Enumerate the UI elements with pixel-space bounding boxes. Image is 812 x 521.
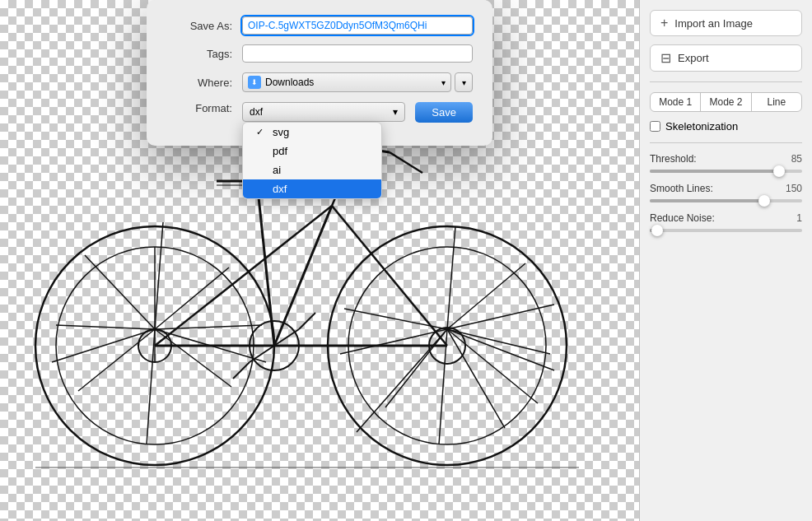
where-select[interactable]: ⬇ Downloads ▾	[242, 72, 451, 92]
threshold-track	[650, 170, 802, 173]
reduce-noise-label: Reduce Noise:	[650, 212, 715, 224]
threshold-fill	[650, 170, 779, 173]
format-dxf-label: dxf	[273, 183, 287, 195]
divider-1	[650, 81, 802, 82]
where-container: ⬇ Downloads ▾ ▾	[242, 72, 473, 92]
downloads-folder-icon: ⬇	[248, 76, 261, 89]
format-svg-label: svg	[273, 126, 289, 138]
reduce-noise-row: Reduce Noise: 1	[650, 212, 802, 235]
where-expand-btn[interactable]: ▾	[455, 72, 473, 92]
threshold-value: 85	[791, 153, 802, 165]
save-as-label: Save As:	[166, 20, 232, 32]
format-ai-label: ai	[273, 164, 281, 176]
reduce-noise-track	[650, 229, 802, 232]
dialog-overlay: Save As: Tags: Where: ⬇ Downloads ▾	[0, 0, 639, 521]
format-select-wrapper: dxf ▾ ✓ svg pdf	[242, 102, 405, 122]
export-button[interactable]: ⊟ Export	[650, 44, 802, 72]
canvas-area: Save As: Tags: Where: ⬇ Downloads ▾	[0, 0, 639, 521]
smooth-lines-thumb[interactable]	[758, 195, 770, 207]
skeletonization-checkbox[interactable]	[650, 121, 660, 132]
tags-label: Tags:	[166, 48, 232, 60]
skeletonization-label: Skeletonization	[665, 120, 738, 133]
save-as-row: Save As:	[166, 16, 473, 35]
where-chevron-icon: ▾	[441, 78, 446, 87]
threshold-row: Threshold: 85	[650, 153, 802, 176]
divider-2	[650, 142, 802, 143]
line-button[interactable]: Line	[752, 93, 801, 111]
format-label: Format:	[166, 102, 232, 114]
tags-row: Tags:	[166, 44, 473, 63]
format-option-dxf[interactable]: dxf	[243, 179, 381, 198]
format-current-value: dxf	[250, 106, 263, 118]
mode-buttons: Mode 1 Mode 2 Line	[650, 92, 802, 112]
slider-section: Threshold: 85 Smooth Lines: 150 Reduce N…	[650, 153, 802, 235]
save-as-input[interactable]	[242, 16, 473, 35]
expand-arrow-icon: ▾	[462, 78, 466, 87]
right-panel: + Import an Image ⊟ Export Mode 1 Mode 2…	[639, 0, 812, 521]
where-label: Where:	[166, 77, 232, 89]
save-button[interactable]: Save	[415, 102, 473, 123]
plus-icon: +	[660, 16, 668, 30]
smooth-lines-value: 150	[786, 183, 802, 194]
format-row: Format: dxf ▾ ✓ svg pdf	[166, 102, 473, 123]
mode1-button[interactable]: Mode 1	[651, 93, 701, 111]
import-button-label: Import an Image	[674, 17, 753, 30]
threshold-label: Threshold:	[650, 153, 697, 165]
where-row: Where: ⬇ Downloads ▾ ▾	[166, 72, 473, 92]
svg-check-icon: ✓	[256, 127, 266, 137]
format-option-pdf[interactable]: pdf	[243, 142, 381, 160]
format-option-svg[interactable]: ✓ svg	[243, 123, 381, 142]
format-option-ai[interactable]: ai	[243, 160, 381, 179]
format-chevron-icon: ▾	[393, 106, 398, 118]
threshold-label-row: Threshold: 85	[650, 153, 802, 165]
format-select-btn[interactable]: dxf ▾	[242, 102, 405, 122]
reduce-noise-thumb[interactable]	[651, 225, 663, 236]
import-image-button[interactable]: + Import an Image	[650, 10, 802, 36]
export-icon: ⊟	[660, 50, 671, 66]
skeletonization-row: Skeletonization	[650, 120, 802, 133]
smooth-lines-row: Smooth Lines: 150	[650, 183, 802, 206]
save-dialog: Save As: Tags: Where: ⬇ Downloads ▾	[147, 0, 492, 146]
mode2-button[interactable]: Mode 2	[701, 93, 751, 111]
reduce-noise-value: 1	[796, 212, 802, 224]
export-button-label: Export	[678, 52, 709, 64]
smooth-lines-track	[650, 199, 802, 202]
smooth-lines-label: Smooth Lines:	[650, 183, 713, 194]
smooth-lines-label-row: Smooth Lines: 150	[650, 183, 802, 194]
tags-input[interactable]	[242, 44, 473, 63]
where-value: Downloads	[265, 77, 314, 88]
format-pdf-label: pdf	[273, 145, 287, 157]
format-dropdown: ✓ svg pdf ai dxf	[242, 122, 382, 199]
smooth-lines-fill	[650, 199, 764, 202]
reduce-noise-label-row: Reduce Noise: 1	[650, 212, 802, 224]
threshold-thumb[interactable]	[773, 165, 785, 177]
